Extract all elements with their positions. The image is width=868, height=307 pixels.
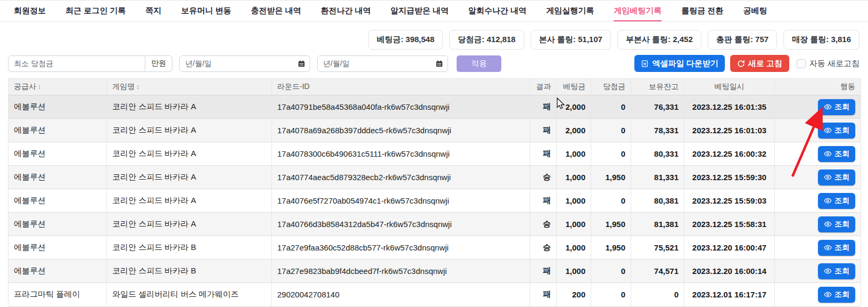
action-controls: 엑셀파일 다운받기 새로 고침 자동 새로고침 — [634, 55, 859, 72]
view-button-label: 조회 — [834, 173, 849, 182]
table-row: 에볼루션 코리안 스피드 바카라 A 17a40774aeac5d879328e… — [9, 166, 861, 189]
cell-datetime: 2023.12.01 16:17:17 — [684, 283, 775, 306]
cell-win: 1,950 — [591, 236, 631, 259]
cell-action: 조회 — [775, 95, 861, 118]
header-game-label: 게임명 — [112, 82, 135, 92]
view-button[interactable]: 조회 — [818, 240, 855, 256]
table-row: 프라그마틱 플레이 와일드 셀리버리티 버스 메가웨이즈 29020042708… — [9, 283, 861, 306]
cell-balance: 80,331 — [631, 142, 684, 165]
cell-provider: 에볼루션 — [9, 95, 107, 118]
tab-money-changes[interactable]: 보유머니 변동 — [181, 1, 231, 21]
cell-datetime: 2023.12.20 16:00:14 — [684, 260, 775, 282]
cell-provider: 에볼루션 — [9, 189, 107, 212]
cell-datetime: 2023.12.25 15:58:31 — [684, 213, 775, 236]
view-button[interactable]: 조회 — [818, 99, 855, 115]
eye-icon — [824, 244, 832, 252]
table-row: 에볼루션 코리안 스피드 바카라 A 17a4076e5f7270ab05497… — [9, 189, 861, 213]
cell-action: 조회 — [775, 142, 861, 165]
header-action: 행동 — [775, 79, 861, 95]
header-provider-label: 공급사 — [14, 82, 36, 92]
view-button[interactable]: 조회 — [818, 169, 855, 185]
date-to-input[interactable] — [317, 55, 448, 72]
cell-win: 0 — [591, 119, 631, 142]
cell-action: 조회 — [775, 260, 861, 282]
cell-game: 와일드 셀리버리티 버스 메가웨이즈 — [107, 283, 272, 306]
cell-game: 코리안 스피드 바카라 A — [107, 142, 272, 165]
tab-withdrawals[interactable]: 환전나간 내역 — [321, 1, 371, 21]
tab-game-run-history[interactable]: 게임실행기록 — [546, 1, 594, 21]
cell-balance: 76,331 — [631, 95, 684, 118]
view-button[interactable]: 조회 — [818, 146, 855, 162]
cell-result: 패 — [530, 260, 557, 282]
table-row: 에볼루션 코리안 스피드 바카라 B 17a27e9faa360c52d88cb… — [9, 236, 861, 260]
view-button-label: 조회 — [834, 126, 849, 135]
tab-rolling-conversion[interactable]: 롤링금 전환 — [681, 1, 723, 21]
tab-empty-betting[interactable]: 공베팅 — [743, 1, 767, 21]
tab-deposits[interactable]: 충전받은 내역 — [251, 1, 301, 21]
header-game[interactable]: 게임명 ↕ — [107, 79, 272, 95]
cell-bet: 1,000 — [557, 166, 591, 189]
cell-provider: 에볼루션 — [9, 236, 107, 259]
tab-credits-retrieved[interactable]: 알회수나간 내역 — [468, 1, 526, 21]
table-row: 에볼루션 코리안 스피드 바카라 A 17a40766d3b8584312da5… — [9, 213, 861, 236]
table-body: 에볼루션 코리안 스피드 바카라 A 17a40791be58a45368a04… — [9, 95, 861, 306]
refresh-label: 새로 고침 — [748, 59, 782, 69]
cell-round-id: 17a27e9823bab9f4dcbeed7f-rk6w57c3dnsqnwj… — [272, 260, 530, 282]
view-button-label: 조회 — [834, 220, 849, 229]
view-button[interactable]: 조회 — [818, 287, 855, 303]
auto-refresh-toggle[interactable]: 자동 새로고침 — [797, 59, 859, 69]
table-row: 에볼루션 코리안 스피드 바카라 B 17a27e9823bab9f4dcbee… — [9, 260, 861, 283]
eye-icon — [824, 220, 832, 228]
cell-balance: 81,381 — [631, 213, 684, 236]
cell-round-id: 17a40766d3b8584312da5b47-rk6w57c3dnsqnwj… — [272, 213, 530, 236]
cell-action: 조회 — [775, 189, 861, 212]
view-button[interactable]: 조회 — [818, 123, 855, 139]
cell-win: 0 — [591, 95, 631, 118]
header-provider[interactable]: 공급사 ↕ — [9, 79, 107, 95]
view-button-label: 조회 — [834, 243, 849, 253]
view-button[interactable]: 조회 — [818, 216, 855, 232]
apply-button[interactable]: 적용 — [457, 55, 501, 72]
view-button[interactable]: 조회 — [818, 263, 855, 279]
cell-balance: 75,521 — [631, 236, 684, 259]
tab-recent-logins[interactable]: 최근 로그인 기록 — [65, 1, 126, 21]
date-to-wrap — [317, 55, 448, 72]
auto-refresh-checkbox[interactable] — [797, 59, 806, 68]
cell-bet: 2,000 — [557, 119, 591, 142]
cell-balance: 80,381 — [631, 189, 684, 212]
header-balance: 보유잔고 — [631, 79, 684, 95]
betting-history-table: 공급사 ↕ 게임명 ↕ 라운드-ID 결과 베팅금 당첨금 보유잔고 베팅일시 … — [8, 78, 861, 306]
refresh-button[interactable]: 새로 고침 — [730, 55, 789, 72]
view-button-label: 조회 — [834, 149, 849, 159]
cell-result: 패 — [530, 142, 557, 165]
cell-round-id: 17a27e9faa360c52d88cb577-rk6w57c3dnsqnwj… — [272, 236, 530, 259]
cell-result: 패 — [530, 119, 557, 142]
view-button-label: 조회 — [834, 196, 849, 206]
badge-total-bet: 베팅금: 398,548 — [368, 30, 443, 50]
tab-messages[interactable]: 쪽지 — [145, 1, 161, 21]
min-win-input[interactable] — [8, 55, 145, 72]
eye-icon — [824, 126, 832, 134]
badge-store-rolling: 매장 롤링: 3,816 — [783, 30, 859, 50]
cell-result: 패 — [530, 95, 557, 118]
tab-bar: 회원정보 최근 로그인 기록 쪽지 보유머니 변동 충전받은 내역 환전나간 내… — [0, 0, 868, 22]
header-result: 결과 — [530, 79, 557, 95]
cell-win: 0 — [591, 260, 631, 282]
cell-bet: 2,000 — [557, 95, 591, 118]
tab-member-info[interactable]: 회원정보 — [14, 1, 46, 21]
view-button[interactable]: 조회 — [818, 193, 855, 209]
sort-icon: ↕ — [38, 83, 41, 91]
cell-win: 1,950 — [591, 166, 631, 189]
cell-action: 조회 — [775, 119, 861, 142]
cell-action: 조회 — [775, 283, 861, 306]
tab-game-betting-history[interactable]: 게임베팅기록 — [614, 1, 662, 21]
excel-download-button[interactable]: 엑셀파일 다운받기 — [634, 55, 724, 72]
tab-credits-received[interactable]: 알지급받은 내역 — [391, 1, 449, 21]
table-row: 에볼루션 코리안 스피드 바카라 A 17a4078a69a268b397ddd… — [9, 119, 861, 142]
date-from-input[interactable] — [179, 55, 310, 72]
cell-datetime: 2023.12.25 15:59:30 — [684, 166, 775, 189]
eye-icon — [824, 267, 832, 275]
cell-action: 조회 — [775, 166, 861, 189]
cell-game: 코리안 스피드 바카라 A — [107, 119, 272, 142]
excel-download-label: 엑셀파일 다운받기 — [652, 59, 718, 69]
